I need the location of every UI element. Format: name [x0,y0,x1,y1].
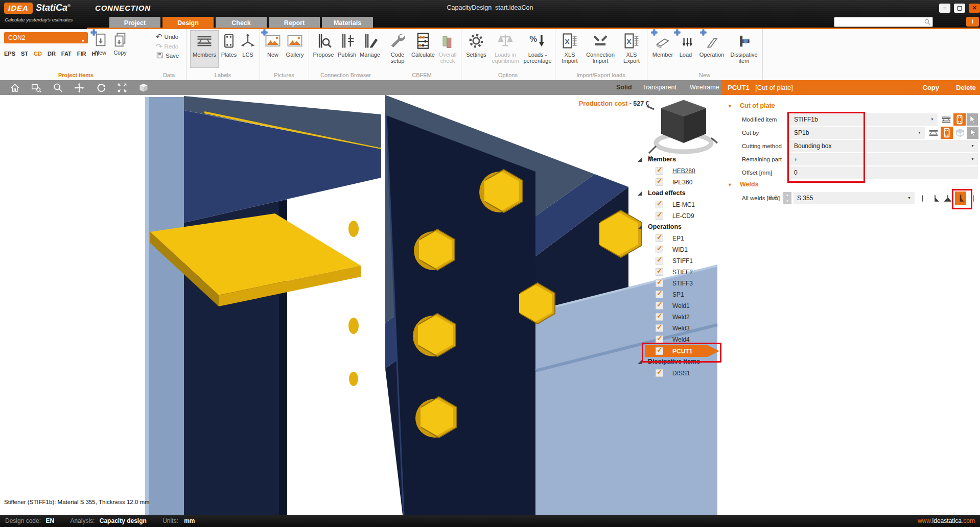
rotate-icon[interactable] [94,82,107,93]
code-setup-button[interactable]: Code setup [386,30,409,68]
panel-delete-button[interactable]: Delete [956,80,976,95]
checkbox-checked[interactable] [656,178,663,186]
expander-icon[interactable] [638,158,642,162]
checkbox-checked[interactable] [656,234,663,242]
expander-icon[interactable] [638,191,642,196]
stepper-up-icon[interactable]: ▲ [783,192,791,198]
mode-fat[interactable]: FAT [61,51,72,57]
labels-plates-button[interactable]: Plates [219,30,239,68]
search-input[interactable] [834,17,933,27]
expander-icon[interactable] [638,360,642,364]
tree-group-load-effects[interactable]: Load effects [636,188,721,199]
tree-item-stiff2[interactable]: STIFF2 [636,267,721,278]
section-collapse-icon[interactable]: ▼ [728,104,732,109]
all-welds-value[interactable]: 0.0 [769,192,778,204]
minimize-button[interactable]: – [939,4,950,13]
weld-type-fillet-button[interactable] [929,191,941,205]
loads-percentage-button[interactable]: Loads - percentage [521,30,554,68]
picture-new-button[interactable]: New [263,30,283,68]
expander-icon[interactable] [638,225,642,229]
solid-cube-icon[interactable] [137,82,150,93]
mode-cd[interactable]: CD [34,51,42,57]
copy-connection-button[interactable]: Copy [110,30,130,68]
labels-members-button[interactable]: Members [190,30,219,68]
save-button[interactable]: Save [156,52,179,59]
tree-item-le-mc1[interactable]: LE-MC1 [636,200,721,210]
checkbox-checked[interactable] [656,302,663,309]
checkbox-checked[interactable] [656,167,663,175]
section-collapse-icon[interactable]: ▼ [728,182,732,187]
pick-in-scene-button[interactable] [967,113,978,126]
select-mesh-button[interactable] [954,127,966,139]
select-plate-button-active[interactable] [953,113,966,126]
tree-item-stiff3[interactable]: STIFF3 [636,278,721,289]
tree-item-heb280[interactable]: HEB280 [636,166,721,177]
viewport-3d[interactable] [0,80,721,515]
settings-button[interactable]: Settings [464,30,488,68]
mode-st[interactable]: ST [21,51,28,57]
stepper-down-icon[interactable]: ▼ [783,198,791,204]
xls-export-button[interactable]: XLS Export [619,30,644,68]
undo-button[interactable]: ↶ Undo [156,32,178,41]
new-operation-button[interactable]: Operation [696,30,728,68]
checkbox-checked[interactable] [656,279,663,287]
select-beam-button[interactable] [927,127,940,139]
checkbox-checked[interactable] [656,313,663,321]
weld-material-select[interactable]: S 355▼ [794,192,915,204]
mode-fir[interactable]: FIR [77,51,86,57]
tree-item-le-cd9[interactable]: LE-CD9 [636,211,721,222]
mode-dr[interactable]: DR [48,51,56,57]
publish-button[interactable]: Publish [335,30,359,68]
close-button[interactable]: ✕ [969,4,980,13]
weld-type-butt-button[interactable] [917,191,928,205]
view-mode-wireframe[interactable]: Wireframe [690,80,719,95]
checkbox-checked[interactable] [656,257,663,265]
tree-item-weld1[interactable]: Weld1 [636,301,721,312]
redo-button[interactable]: ↷ Redo [156,42,178,51]
tree-item-diss1[interactable]: DISS1 [636,368,721,379]
checkbox-checked[interactable] [656,336,663,343]
tree-item-weld2[interactable]: Weld2 [636,312,721,323]
panel-copy-button[interactable]: Copy [923,80,940,95]
connection-import-button[interactable]: Connection Import [581,30,619,68]
tree-item-weld3[interactable]: Weld3 [636,323,721,334]
pan-icon[interactable] [73,82,86,93]
pick-in-scene-button[interactable] [967,127,978,139]
labels-lcs-button[interactable]: LCS [238,30,258,68]
mode-eps[interactable]: EPS [4,51,15,57]
all-welds-stepper[interactable]: ▲ ▼ [783,192,791,204]
zoom-fit-icon[interactable] [115,82,129,93]
new-member-button[interactable]: Member [649,30,676,68]
select-beam-button[interactable] [940,113,952,126]
zoom-icon[interactable] [51,82,64,93]
tree-item-wid1[interactable]: WID1 [636,245,721,255]
checkbox-checked[interactable] [656,268,663,276]
view-mode-solid[interactable]: Solid [616,80,632,95]
calculate-button[interactable]: Calculate [409,30,437,68]
tree-group-members[interactable]: Members [636,155,721,165]
checkbox-checked[interactable] [656,212,663,220]
info-button[interactable]: i [966,17,979,27]
website-link[interactable]: www.ideastatica.com [918,515,975,527]
view-mode-transparent[interactable]: Transparent [642,80,676,95]
overall-check-button[interactable]: Overall check [436,30,459,68]
new-load-button[interactable]: Load [675,30,696,68]
checkbox-checked[interactable] [656,291,663,298]
tree-item-ipe360[interactable]: IPE360 [636,177,721,188]
loads-in-equilibrium-button[interactable]: Loads in equilibrium [488,30,522,68]
connection-select[interactable]: CON2▼ [4,32,88,43]
propose-button[interactable]: Propose [311,30,336,68]
checkbox-checked[interactable] [656,369,663,377]
tree-item-sp1[interactable]: SP1 [636,290,721,300]
zoom-window-icon[interactable] [30,82,43,93]
tree-item-ep1[interactable]: EP1 [636,233,721,244]
home-view-icon[interactable] [8,82,21,93]
picture-gallery-button[interactable]: Gallery [283,30,307,68]
new-dissipative-item-button[interactable]: Dissipative item [728,30,760,68]
tree-item-stiff1[interactable]: STIFF1 [636,256,721,267]
select-plate-button-active[interactable] [941,127,953,139]
checkbox-checked[interactable] [656,324,663,332]
xls-import-button[interactable]: XLS Import [558,30,581,68]
tree-group-operations[interactable]: Operations [636,222,721,233]
manage-button[interactable]: Manage [358,30,382,68]
